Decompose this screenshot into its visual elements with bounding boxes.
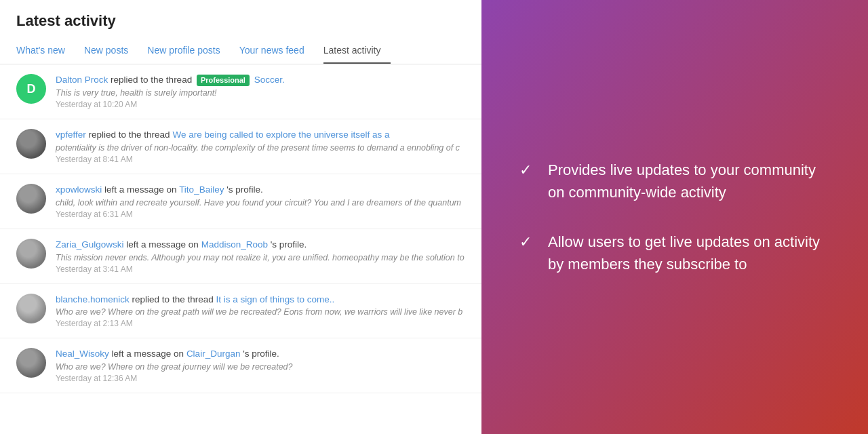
avatar: D xyxy=(16,74,46,104)
feed-time: Yesterday at 6:31 AM xyxy=(56,210,465,219)
feature-item-1: ✓ Provides live updates to your communit… xyxy=(519,159,830,203)
username-link[interactable]: vpfeffer xyxy=(56,130,86,140)
thread-link[interactable]: Soccer. xyxy=(254,75,285,85)
avatar xyxy=(16,348,46,378)
feed-item: vpfeffer replied to the thread We are be… xyxy=(0,119,481,174)
thread-link[interactable]: It is a sign of things to come.. xyxy=(216,294,334,304)
avatar xyxy=(16,184,46,214)
thread-link[interactable]: We are being called to explore the unive… xyxy=(172,130,389,140)
feed-time: Yesterday at 2:13 AM xyxy=(56,319,465,328)
right-panel: ✓ Provides live updates to your communit… xyxy=(481,0,868,434)
professional-badge: Professional xyxy=(197,75,250,86)
feed-item: Neal_Wisoky left a message on Clair_Durg… xyxy=(0,338,481,393)
tab-latest-activity[interactable]: Latest activity xyxy=(323,38,391,64)
username-link[interactable]: Neal_Wisoky xyxy=(56,349,109,359)
feature-item-2: ✓ Allow users to get live updates on act… xyxy=(519,231,830,275)
avatar xyxy=(16,294,46,323)
avatar xyxy=(16,129,46,159)
left-panel: Latest activity What's new New posts New… xyxy=(0,0,481,434)
feed-main-text: blanche.homenick replied to the thread I… xyxy=(56,294,465,307)
feed-excerpt: This is very true, health is surely impo… xyxy=(56,88,465,98)
username-link[interactable]: Zaria_Gulgowski xyxy=(56,239,124,250)
feed-main-text: xpowlowski left a message on Tito_Bailey… xyxy=(56,184,465,197)
profile-link[interactable]: Clair_Durgan xyxy=(186,349,241,359)
page-title: Latest activity xyxy=(0,0,481,38)
feed-time: Yesterday at 10:20 AM xyxy=(56,100,465,109)
feed-excerpt: Who are we? Where on the great path will… xyxy=(56,307,465,317)
feed-excerpt: This mission never ends. Although you ma… xyxy=(56,253,465,262)
profile-link[interactable]: Tito_Bailey xyxy=(179,184,224,195)
check-icon-2: ✓ xyxy=(519,233,532,251)
tab-new-profile-posts[interactable]: New profile posts xyxy=(147,38,229,64)
username-link[interactable]: blanche.homenick xyxy=(56,294,130,304)
feature-text-2: Allow users to get live updates on activ… xyxy=(548,231,830,275)
feature-text-1: Provides live updates to your community … xyxy=(548,159,830,203)
tab-whats-new[interactable]: What's new xyxy=(16,38,75,64)
tab-new-posts[interactable]: New posts xyxy=(84,38,138,64)
check-icon-1: ✓ xyxy=(519,161,532,179)
tab-your-news-feed[interactable]: Your news feed xyxy=(239,38,314,64)
feed-item: Zaria_Gulgowski left a message on Maddis… xyxy=(0,229,481,284)
feed-content: Zaria_Gulgowski left a message on Maddis… xyxy=(56,239,465,274)
feed-item: D Dalton Prock replied to the thread Pro… xyxy=(0,64,481,119)
feed-content: Neal_Wisoky left a message on Clair_Durg… xyxy=(56,348,465,383)
feed-list: D Dalton Prock replied to the thread Pro… xyxy=(0,64,481,434)
feed-time: Yesterday at 12:36 AM xyxy=(56,374,465,383)
feed-time: Yesterday at 3:41 AM xyxy=(56,264,465,274)
feed-main-text: Neal_Wisoky left a message on Clair_Durg… xyxy=(56,348,465,361)
tabs-nav: What's new New posts New profile posts Y… xyxy=(0,38,481,64)
username-link[interactable]: Dalton Prock xyxy=(56,75,108,85)
avatar xyxy=(16,239,46,269)
feed-excerpt: child, look within and recreate yourself… xyxy=(56,198,465,208)
feed-content: vpfeffer replied to the thread We are be… xyxy=(56,129,465,164)
feed-item: blanche.homenick replied to the thread I… xyxy=(0,284,481,339)
feed-excerpt: Who are we? Where on the great journey w… xyxy=(56,362,465,372)
feed-content: Dalton Prock replied to the thread Profe… xyxy=(56,74,465,109)
feed-excerpt: potentiality is the driver of non-locali… xyxy=(56,143,465,153)
feed-item: xpowlowski left a message on Tito_Bailey… xyxy=(0,174,481,229)
username-link[interactable]: xpowlowski xyxy=(56,184,102,195)
feed-main-text: Dalton Prock replied to the thread Profe… xyxy=(56,74,465,87)
feed-time: Yesterday at 8:41 AM xyxy=(56,155,465,164)
feed-main-text: vpfeffer replied to the thread We are be… xyxy=(56,129,465,142)
profile-link[interactable]: Maddison_Roob xyxy=(201,239,268,250)
feed-content: xpowlowski left a message on Tito_Bailey… xyxy=(56,184,465,219)
feed-main-text: Zaria_Gulgowski left a message on Maddis… xyxy=(56,239,465,252)
feed-content: blanche.homenick replied to the thread I… xyxy=(56,294,465,329)
